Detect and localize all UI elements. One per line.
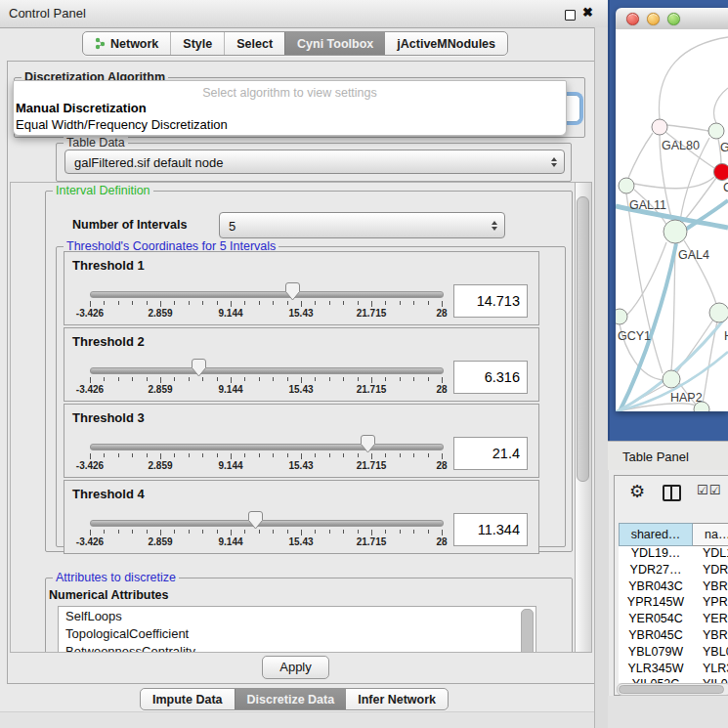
slider-tick (132, 377, 133, 381)
right-bottom-strip (608, 696, 728, 728)
slider-tick-label: -3.426 (76, 536, 104, 547)
table-data-selected-value: galFiltered.sif default node (74, 154, 223, 169)
slider-tick-label: 15.43 (288, 308, 313, 319)
slider-thumb[interactable] (285, 282, 300, 301)
network-window-titlebar (616, 8, 728, 30)
tab-impute-data[interactable]: Impute Data (141, 689, 235, 709)
threshold-label: Threshold 4 (72, 487, 145, 501)
slider-tick (202, 377, 203, 381)
attribute-item[interactable]: SelfLoops (59, 607, 535, 624)
vertical-scrollbar[interactable] (575, 182, 592, 653)
slider-track[interactable] (90, 291, 444, 298)
tab-infer-network[interactable]: Infer Network (346, 689, 448, 709)
panel-splitter[interactable] (594, 27, 609, 728)
slider-tick (428, 301, 429, 305)
slider-tick (132, 301, 133, 305)
tab-select[interactable]: Select (224, 32, 284, 55)
table-row[interactable]: YDR27…YDR2 (619, 563, 728, 579)
slider-track[interactable] (90, 520, 444, 527)
table-row[interactable]: YER054CYER0 (619, 612, 728, 628)
vertical-scrollbar-thumb[interactable] (577, 196, 589, 482)
tab-network[interactable]: Network (83, 32, 170, 55)
slider-tick (273, 453, 274, 457)
threshold-value-field[interactable] (453, 284, 528, 318)
threshold-value-field[interactable] (453, 513, 528, 546)
network-node-gal80[interactable] (652, 119, 667, 135)
threshold-value-field[interactable] (453, 437, 528, 470)
tab-jactivemnodules[interactable]: jActiveMNodules (385, 32, 507, 55)
slider-thumb[interactable] (361, 435, 375, 453)
dropdown-option-manual[interactable]: Manual Discretization (16, 101, 147, 115)
slider-thumb[interactable] (192, 359, 206, 377)
attribute-item[interactable]: TopologicalCoefficient (59, 624, 535, 642)
cell-shared-name: YBR045C (619, 628, 693, 642)
horizontal-scrollbar-thumb[interactable] (619, 685, 724, 694)
checkbox-icons[interactable]: ☑☑ (697, 483, 721, 497)
column-header-name[interactable]: na… (693, 523, 728, 546)
horizontal-scrollbar[interactable] (617, 683, 728, 696)
network-node-gal4[interactable] (664, 220, 687, 243)
slider-track[interactable] (90, 367, 444, 374)
dropdown-option-equal-width[interactable]: Equal Width/Frequency Discretization (16, 117, 228, 132)
close-button-mac[interactable] (626, 13, 639, 25)
table-row[interactable]: YBR043CYBR0 (619, 579, 728, 596)
table-row[interactable]: YBR045CYBR0 (619, 628, 728, 645)
network-canvas[interactable]: GAL80GACGAL11GAL4GCY1HHAP2 (616, 29, 728, 411)
table-row[interactable]: YLR345WYLR3 (619, 662, 728, 678)
slider-track[interactable] (90, 444, 444, 450)
slider-tick (147, 453, 148, 457)
number-of-intervals-combobox[interactable]: 5 (219, 212, 505, 238)
table-row[interactable]: YDL19…YDL1 (619, 546, 728, 563)
table-data-combobox[interactable]: galFiltered.sif default node (64, 150, 565, 174)
network-node-ga[interactable] (708, 123, 724, 139)
table-panel-title: Table Panel (622, 450, 689, 464)
table-panel-titlebar: Table Panel (608, 441, 728, 470)
tab-label: Style (183, 37, 212, 51)
tab-style[interactable]: Style (170, 32, 224, 55)
cell-shared-name: YPR145W (619, 595, 693, 609)
slider-tick (329, 377, 330, 381)
slider-tick (259, 377, 260, 381)
slider-tick (343, 453, 344, 457)
slider-tick (231, 453, 232, 459)
close-icon[interactable]: ✖ (582, 5, 593, 20)
apply-button[interactable]: Apply (262, 656, 329, 679)
table-row[interactable]: YBL079WYBL0 (619, 645, 728, 662)
minimize-button-mac[interactable] (647, 13, 660, 25)
slider-tick (358, 301, 359, 305)
list-scrollbar-thumb[interactable] (521, 609, 534, 653)
slider-tick (217, 530, 218, 534)
slider-thumb[interactable] (248, 511, 263, 530)
split-columns-icon[interactable] (663, 485, 681, 501)
slider-tick (315, 301, 316, 305)
network-node-c[interactable] (714, 164, 728, 181)
threshold-value-field[interactable] (453, 361, 528, 394)
network-node-hap2[interactable] (663, 370, 680, 388)
slider-tick (329, 453, 330, 457)
slider-tick (104, 453, 105, 457)
column-header-shared-name[interactable]: shared… (619, 523, 693, 546)
slider-tick (202, 453, 203, 457)
tab-discretize-data[interactable]: Discretize Data (235, 689, 347, 709)
gear-icon[interactable]: ⚙ (629, 481, 645, 502)
numerical-attributes-list[interactable]: SelfLoopsTopologicalCoefficientBetweenne… (58, 606, 536, 653)
tab-cyni-toolbox[interactable]: Cyni Toolbox (284, 32, 385, 55)
slider-tick (287, 453, 288, 457)
slider-tick (428, 530, 429, 534)
slider-tick (132, 453, 133, 457)
network-node-label: C (723, 181, 728, 194)
attribute-item[interactable]: BetweennessCentrality (59, 642, 535, 653)
slider-tick (160, 530, 161, 535)
float-window-icon[interactable] (565, 10, 576, 21)
table-row[interactable]: YPR145WYPR1 (619, 595, 728, 612)
network-node-h[interactable] (709, 303, 728, 322)
network-node-gal11[interactable] (619, 178, 634, 193)
algorithm-dropdown-popup: Select algorithm to view settings Manual… (13, 80, 567, 136)
network-node-gcy1[interactable] (616, 309, 627, 324)
tab-label: Infer Network (358, 693, 436, 707)
cell-shared-name: YDL19… (619, 546, 693, 560)
slider-tick (244, 453, 245, 457)
zoom-button-mac[interactable] (667, 13, 680, 25)
tab-label: Cyni Toolbox (297, 37, 373, 51)
network-node-label: H (724, 329, 728, 343)
